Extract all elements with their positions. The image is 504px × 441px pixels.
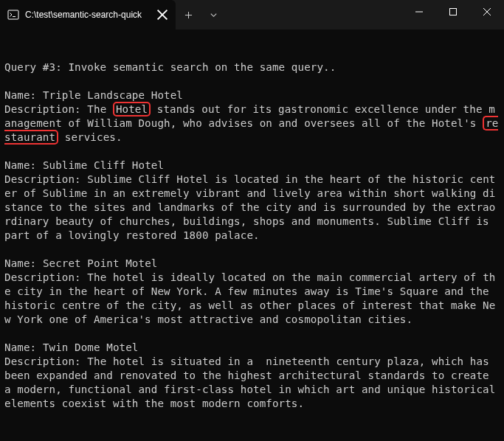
titlebar: C:\test\semantic-search-quick [0,0,504,29]
query-header: Query #3: Invoke semantic search on the … [4,61,336,73]
result-name-label: Name: [4,257,36,269]
tab-close-button[interactable] [156,9,168,21]
result-name-label: Name: [4,89,36,101]
result-desc-label: Description: [4,173,81,185]
svg-rect-0 [8,10,18,19]
result-desc-text: services. [58,131,122,143]
result-desc-label: Description: [4,355,81,367]
minimize-button[interactable] [402,0,436,24]
new-tab-button[interactable] [176,0,201,29]
result-desc-label: Description: [4,103,81,115]
terminal-output: Query #3: Invoke semantic search on the … [0,29,504,414]
tab-title: C:\test\semantic-search-quick [25,10,148,20]
result-name: Sublime Cliff Hotel [43,159,164,171]
highlight-hotel: Hotel [113,102,151,117]
window-controls [402,0,504,29]
maximize-button[interactable] [436,0,470,24]
result-name: Twin Dome Motel [43,341,139,353]
result-name: Secret Point Motel [43,257,158,269]
result-name: Triple Landscape Hotel [43,89,183,101]
tab-dropdown-button[interactable] [201,0,226,29]
result-desc-text: The [87,103,113,115]
close-window-button[interactable] [470,0,504,24]
result-name-label: Name: [4,341,36,353]
result-desc-label: Description: [4,271,81,283]
svg-rect-3 [450,9,457,15]
terminal-icon [7,9,19,21]
active-tab[interactable]: C:\test\semantic-search-quick [0,0,176,29]
result-name-label: Name: [4,159,36,171]
tab-actions [176,0,226,29]
